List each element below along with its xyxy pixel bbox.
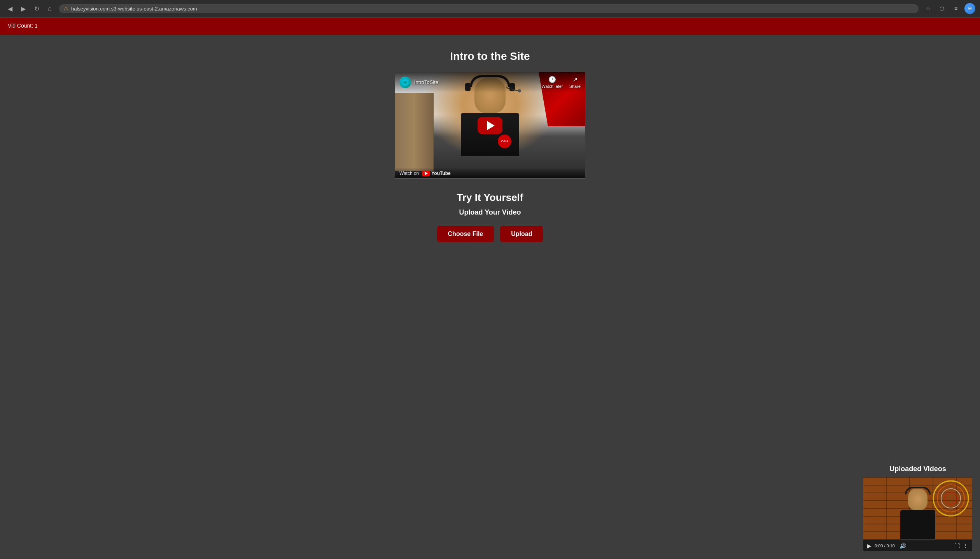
youtube-logo[interactable]: YouTube <box>422 171 451 176</box>
vid-count-label: Vid Count: 1 <box>8 23 38 29</box>
video-progress-bar[interactable] <box>863 539 972 540</box>
browser-actions: ☆ ⬡ ≡ H <box>922 3 975 14</box>
youtube-channel-name: IntroToSite <box>414 79 438 85</box>
back-button[interactable]: ◀ <box>5 3 16 14</box>
headphones-small <box>905 487 931 494</box>
home-button[interactable]: ⌂ <box>44 3 55 14</box>
upload-subtitle: Upload Your Video <box>437 208 543 217</box>
circle-artwork <box>931 479 970 518</box>
youtube-progress-bar[interactable] <box>395 178 585 179</box>
time-display: 0:00 / 0:10 <box>875 543 895 548</box>
menu-button[interactable]: ≡ <box>950 3 961 14</box>
address-bar-container[interactable]: ⚠ <box>59 4 919 13</box>
youtube-logo-text: YouTube <box>431 171 451 176</box>
fullscreen-button[interactable]: ⛶ <box>954 543 960 549</box>
video-controls: ▶ 0:00 / 0:10 🔊 ⛶ ⋮ <box>863 540 972 551</box>
upload-button[interactable]: Upload <box>500 226 543 242</box>
youtube-top-bar: IntroToSite 🕐 Watch later ↗ Share <box>395 72 585 93</box>
intro-title: Intro to the Site <box>450 50 530 63</box>
watch-on-label: Watch on <box>399 171 419 176</box>
uploaded-videos-title: Uploaded Videos <box>863 465 972 473</box>
browser-nav-buttons: ◀ ▶ ↻ ⌂ <box>5 3 55 14</box>
security-icon: ⚠ <box>64 6 68 11</box>
main-content: Intro to the Site OSU <box>0 35 980 266</box>
uploaded-videos-section: Uploaded Videos <box>863 465 972 551</box>
extensions-button[interactable]: ⬡ <box>936 3 947 14</box>
play-triangle-icon <box>487 121 495 130</box>
bookmark-button[interactable]: ☆ <box>922 3 933 14</box>
youtube-embed[interactable]: OSU IntroToSite 🕐 Watch later <box>395 72 585 179</box>
youtube-channel-avatar <box>399 77 411 88</box>
ohio-state-logo: OSU <box>498 135 511 148</box>
more-options-button[interactable]: ⋮ <box>963 543 968 549</box>
share-icon: ↗ <box>572 76 578 83</box>
person-head-small <box>908 489 928 510</box>
youtube-logo-play-triangle <box>425 171 428 175</box>
uploaded-video-person <box>898 489 937 539</box>
watch-later-label: Watch later <box>541 84 563 89</box>
choose-file-button[interactable]: Choose File <box>437 226 494 242</box>
person-body-small <box>900 510 935 539</box>
youtube-bottom-bar: Watch on YouTube <box>395 168 585 179</box>
upload-buttons: Choose File Upload <box>437 226 543 242</box>
try-it-section: Try It Yourself Upload Your Video Choose… <box>437 192 543 242</box>
profile-avatar[interactable]: H <box>964 3 975 14</box>
uploaded-video-thumbnail <box>863 477 972 539</box>
address-bar[interactable] <box>71 6 914 12</box>
play-control-button[interactable]: ▶ <box>867 543 872 549</box>
share-label: Share <box>569 84 581 89</box>
svg-point-3 <box>941 489 961 508</box>
youtube-top-actions: 🕐 Watch later ↗ Share <box>541 76 581 89</box>
browser-chrome: ◀ ▶ ↻ ⌂ ⚠ ☆ ⬡ ≡ H <box>0 0 980 17</box>
site-header: Vid Count: 1 <box>0 17 980 35</box>
youtube-logo-icon <box>422 171 430 176</box>
youtube-share[interactable]: ↗ Share <box>569 76 581 89</box>
reload-button[interactable]: ↻ <box>31 3 42 14</box>
volume-button[interactable]: 🔊 <box>900 543 906 549</box>
watch-later-icon: 🕐 <box>548 76 556 83</box>
svg-point-4 <box>945 493 957 504</box>
uploaded-video-player: ▶ 0:00 / 0:10 🔊 ⛶ ⋮ <box>863 477 972 551</box>
video-door-element <box>395 93 434 171</box>
youtube-watch-later[interactable]: 🕐 Watch later <box>541 76 563 89</box>
youtube-play-button[interactable] <box>478 117 502 134</box>
try-it-title: Try It Yourself <box>437 192 543 204</box>
forward-button[interactable]: ▶ <box>18 3 29 14</box>
svg-point-1 <box>933 481 968 516</box>
youtube-channel-info: IntroToSite <box>399 77 438 88</box>
